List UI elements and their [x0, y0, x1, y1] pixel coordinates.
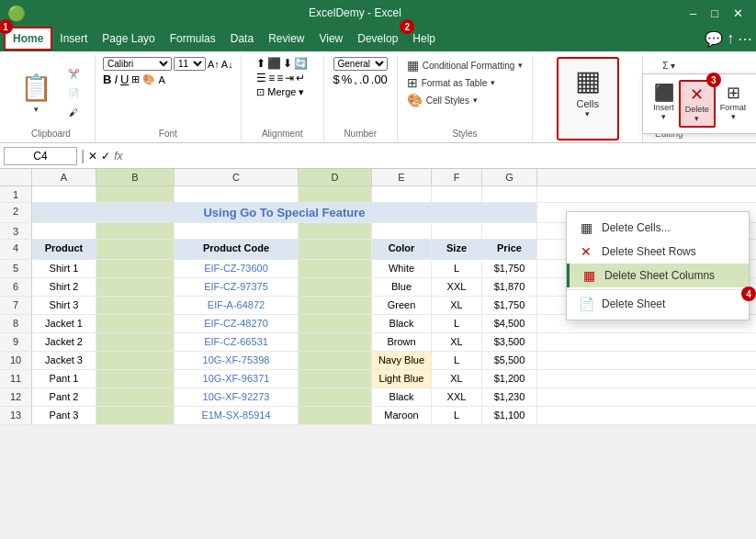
cell-c1[interactable]: [175, 186, 299, 202]
cell-price-7[interactable]: $1,200: [482, 370, 537, 387]
cell-code-5[interactable]: EIF-CZ-66531: [175, 333, 299, 351]
cell-code-9[interactable]: E1M-SX-85914: [175, 407, 299, 424]
menu-view[interactable]: View: [311, 28, 350, 49]
align-right-btn[interactable]: ≡: [276, 72, 283, 84]
header-product[interactable]: Product: [32, 240, 96, 259]
header-product-code[interactable]: Product Code: [175, 240, 299, 259]
bottom-align-btn[interactable]: ⬇: [283, 57, 292, 70]
decrease-font-btn[interactable]: A↓: [221, 59, 233, 70]
cell-b10[interactable]: [96, 352, 175, 369]
fill-color-btn[interactable]: 🎨: [142, 73, 155, 85]
cell-d8[interactable]: [299, 315, 372, 332]
format-btn[interactable]: ⊞ Format ▾: [716, 80, 751, 124]
col-header-c[interactable]: C: [175, 169, 299, 185]
indent-btn[interactable]: ⇥: [285, 72, 294, 84]
menu-review[interactable]: Review: [261, 28, 311, 49]
cell-color-3[interactable]: Green: [372, 297, 432, 314]
col-header-e[interactable]: E: [372, 169, 432, 185]
cell-d11[interactable]: [299, 370, 372, 387]
title-cell[interactable]: Using Go To Special Feature: [32, 203, 537, 222]
cell-product-8[interactable]: Pant 2: [32, 388, 96, 406]
number-format-select[interactable]: General: [333, 57, 388, 71]
cell-d5[interactable]: [299, 260, 372, 277]
cell-color-5[interactable]: Brown: [372, 333, 432, 351]
merge-btn[interactable]: ⊡ Merge ▾: [256, 86, 304, 98]
cell-price-1[interactable]: $1,750: [482, 260, 537, 277]
comment-icon[interactable]: 💬: [705, 30, 723, 48]
increase-font-btn[interactable]: A↑: [208, 59, 220, 70]
cell-e1[interactable]: [372, 186, 432, 202]
cell-price-8[interactable]: $1,230: [482, 388, 537, 406]
cell-b13[interactable]: [96, 407, 175, 424]
cell-code-6[interactable]: 10G-XF-75398: [175, 352, 299, 369]
cell-b11[interactable]: [96, 370, 175, 387]
cell-size-9[interactable]: L: [432, 407, 482, 424]
cell-color-4[interactable]: Black: [372, 315, 432, 332]
cell-styles-btn[interactable]: 🎨 Cell Styles ▾: [405, 92, 525, 108]
delete-cells-item[interactable]: ▦ Delete Cells...: [567, 216, 749, 240]
cell-b12[interactable]: [96, 388, 175, 406]
share-icon[interactable]: ↑: [727, 30, 734, 47]
cell-color-6[interactable]: Navy Blue: [372, 352, 432, 369]
font-color-btn[interactable]: A: [158, 74, 164, 85]
header-d4[interactable]: [299, 240, 372, 259]
menu-insert[interactable]: Insert: [52, 28, 95, 49]
header-size[interactable]: Size: [432, 240, 482, 259]
cell-product-5[interactable]: Jacket 2: [32, 333, 96, 351]
insert-btn[interactable]: ⬛ Insert ▾: [649, 80, 679, 124]
cell-color-9[interactable]: Maroon: [372, 407, 432, 424]
cell-d1[interactable]: [299, 186, 372, 202]
cell-c3[interactable]: [175, 223, 299, 239]
cell-f1[interactable]: [432, 186, 482, 202]
col-header-a[interactable]: A: [32, 169, 96, 185]
cell-size-6[interactable]: L: [432, 352, 482, 369]
cell-product-9[interactable]: Pant 3: [32, 407, 96, 424]
cut-btn[interactable]: ✂️: [60, 65, 87, 83]
cell-product-3[interactable]: Shirt 3: [32, 297, 96, 314]
cell-size-4[interactable]: L: [432, 315, 482, 332]
col-header-d[interactable]: D: [299, 169, 372, 185]
format-as-table-btn[interactable]: ⊞ Format as Table ▾: [405, 74, 525, 91]
cells-btn[interactable]: ▦ Cells ▾: [560, 61, 615, 122]
cell-price-4[interactable]: $4,500: [482, 315, 537, 332]
cell-price-5[interactable]: $3,500: [482, 333, 537, 351]
middle-align-btn[interactable]: ⬛: [267, 57, 281, 70]
cell-size-7[interactable]: XL: [432, 370, 482, 387]
cell-b6[interactable]: [96, 278, 175, 296]
cell-b1[interactable]: [96, 186, 175, 202]
menu-home[interactable]: Home 1: [4, 27, 52, 51]
cell-a1[interactable]: [32, 186, 96, 202]
col-header-g[interactable]: G: [482, 169, 537, 185]
orientation-btn[interactable]: 🔄: [294, 57, 308, 70]
cell-e3[interactable]: [372, 223, 432, 239]
increase-decimal-btn[interactable]: .0: [359, 73, 369, 86]
delete-sheet-columns-item[interactable]: ▦ Delete Sheet Columns: [567, 264, 749, 287]
menu-data[interactable]: Data: [223, 28, 261, 49]
header-color[interactable]: Color: [372, 240, 432, 259]
cell-color-7[interactable]: Light Blue: [372, 370, 432, 387]
cell-code-8[interactable]: 10G-XF-92273: [175, 388, 299, 406]
italic-btn[interactable]: I: [114, 73, 118, 86]
wrap-text-btn[interactable]: ↵: [296, 72, 305, 84]
font-size-select[interactable]: 11: [174, 57, 206, 71]
col-header-b[interactable]: B: [96, 169, 175, 185]
cell-color-8[interactable]: Black: [372, 388, 432, 406]
delete-sheet-item[interactable]: 📄 Delete Sheet 4: [567, 292, 749, 316]
percent-btn[interactable]: %: [342, 73, 353, 86]
autosum-btn[interactable]: Σ ▾: [650, 57, 687, 74]
header-price[interactable]: Price: [482, 240, 537, 259]
cell-b7[interactable]: [96, 297, 175, 314]
cell-g1[interactable]: [482, 186, 537, 202]
cell-size-3[interactable]: XL: [432, 297, 482, 314]
format-painter-btn[interactable]: 🖌: [60, 104, 87, 121]
cell-b8[interactable]: [96, 315, 175, 332]
menu-developer[interactable]: Develop 2: [350, 28, 405, 49]
cell-size-1[interactable]: L: [432, 260, 482, 277]
conditional-formatting-btn[interactable]: ▦ Conditional Formatting ▾: [405, 57, 525, 73]
minimize-btn[interactable]: –: [684, 5, 702, 22]
delete-sheet-rows-item[interactable]: ✕ Delete Sheet Rows: [567, 240, 749, 264]
cell-product-2[interactable]: Shirt 2: [32, 278, 96, 296]
more-icon[interactable]: ⋯: [738, 30, 752, 48]
maximize-btn[interactable]: □: [705, 5, 724, 22]
cell-size-2[interactable]: XXL: [432, 278, 482, 296]
